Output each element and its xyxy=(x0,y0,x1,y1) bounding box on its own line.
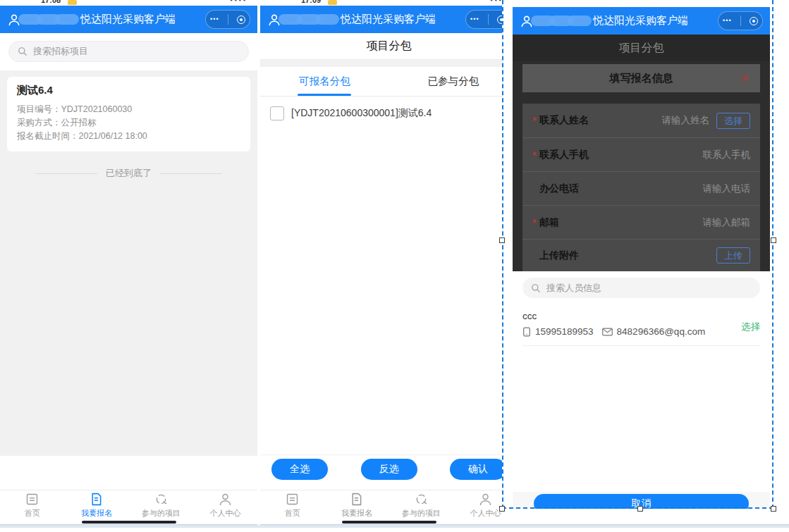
contact-phone-input[interactable]: 联系人手机 xyxy=(703,149,751,161)
joined-projects-icon xyxy=(154,492,169,507)
app-header: 悦达阳光采购客户端 ••• xyxy=(0,6,257,33)
signup-deadline: 报名截止时间：2021/06/12 18:00 xyxy=(17,130,240,143)
joined-projects-icon xyxy=(414,492,429,507)
email-icon xyxy=(602,328,613,336)
project-number: 项目编号：YDJT2021060030 xyxy=(17,103,240,116)
mobile-phone-icon xyxy=(522,327,531,337)
email-input[interactable]: 请输入邮箱 xyxy=(703,216,751,229)
page-title-bar: 项目分包 xyxy=(260,33,518,60)
tab-home[interactable]: 首页 xyxy=(0,490,64,520)
confirm-button[interactable]: 确认 xyxy=(450,459,506,480)
contact-row: ccc 15995189953 848296366@qq.com xyxy=(522,311,760,346)
signup-form-fields: * 联系人姓名 请输入姓名 选择 * 联系人手机 联系人手机 办公 xyxy=(522,104,760,271)
tab-profile[interactable]: 个人中心 xyxy=(193,490,257,520)
signup-modal-dimmed: 填写报名信息 ✕ * 联系人姓名 请输入姓名 选择 * 联系人手机 xyxy=(513,61,770,271)
package-tabs: 可报名分包 已参与分包 xyxy=(260,67,518,97)
status-time: 17:08 xyxy=(41,0,61,4)
system-status-icons: ▪▪▪▪ xyxy=(230,0,247,4)
field-email: * 邮箱 请输入邮箱 xyxy=(522,205,760,239)
mini-program-capsule[interactable]: ••• xyxy=(718,11,763,30)
selection-handle-bottom-right[interactable] xyxy=(771,506,776,512)
tab-signup[interactable]: 我要报名 xyxy=(324,490,389,520)
selection-handle-right[interactable] xyxy=(771,237,776,243)
list-end-text: 已经到底了 xyxy=(106,167,152,180)
app-header: 悦达阳光采购客户端 ••• xyxy=(513,7,770,35)
tab-signup[interactable]: 我要报名 xyxy=(64,490,128,520)
close-capsule-icon[interactable] xyxy=(750,17,758,25)
profile-icon xyxy=(478,492,493,507)
bottom-tab-bar: 首页 我要报名 参与的项目 xyxy=(0,490,257,520)
tab-joined-packages[interactable]: 已参与分包 xyxy=(389,67,518,96)
page-title: 项目分包 xyxy=(619,41,664,56)
redacted-username xyxy=(284,14,339,25)
screenshot-stage: 17:08 ▪▪▪▪ 悦达阳光采购客户端 ••• xyxy=(0,0,789,532)
redacted-username xyxy=(537,16,592,26)
app-header: 悦达阳光采购客户端 ••• xyxy=(260,6,518,33)
field-office-phone: 办公电话 请输入电话 xyxy=(522,171,760,205)
office-phone-input[interactable]: 请输入电话 xyxy=(703,183,751,195)
search-section: 搜索招标项目 xyxy=(0,33,257,70)
close-icon[interactable]: ✕ xyxy=(740,73,750,85)
tab-home[interactable]: 首页 xyxy=(260,490,324,520)
selection-border-left xyxy=(502,0,503,509)
selection-handle-bottom-left[interactable] xyxy=(499,506,505,512)
field-contact-phone: * 联系人手机 联系人手机 xyxy=(522,137,760,171)
modal-header: 填写报名信息 ✕ xyxy=(522,64,760,92)
upload-button[interactable]: 上传 xyxy=(716,247,750,264)
package-list: [YDJT20210600300001]测试6.4 xyxy=(260,97,518,454)
select-contact-link[interactable]: 选择 xyxy=(741,321,760,333)
page-title: 项目分包 xyxy=(367,39,412,54)
invert-selection-button[interactable]: 反选 xyxy=(361,459,417,480)
more-icon[interactable]: ••• xyxy=(210,16,219,23)
selection-handle-bottom-center[interactable] xyxy=(637,506,643,512)
home-icon xyxy=(25,492,39,507)
action-button-bar: 全选 反选 确认 xyxy=(260,454,518,483)
person-search-input[interactable]: 搜索人员信息 xyxy=(522,278,760,298)
home-indicator xyxy=(342,521,436,524)
tab-joined-projects[interactable]: 参与的项目 xyxy=(129,490,193,520)
signup-doc-icon xyxy=(89,492,104,507)
wechat-battery-icon xyxy=(328,0,337,5)
project-card[interactable]: 测试6.4 项目编号：YDJT2021060030 采购方式：公开招标 报名截止… xyxy=(7,77,250,151)
panel-signup-form: 悦达阳光采购客户端 ••• 项目分包 填写报名信息 ✕ * 联系 xyxy=(513,7,770,509)
search-placeholder: 搜索招标项目 xyxy=(33,45,88,58)
wechat-battery-icon xyxy=(68,0,77,5)
list-end-indicator: 已经到底了 xyxy=(7,167,250,180)
home-indicator xyxy=(82,521,176,524)
project-title: 测试6.4 xyxy=(17,84,240,97)
search-input[interactable]: 搜索招标项目 xyxy=(8,41,249,62)
close-capsule-icon[interactable] xyxy=(237,16,245,24)
app-title: 悦达阳光采购客户端 xyxy=(341,13,436,26)
selection-border-right xyxy=(772,0,773,509)
app-title: 悦达阳光采购客户端 xyxy=(80,13,176,26)
profile-icon xyxy=(218,492,233,507)
redacted-username xyxy=(24,14,79,25)
home-icon xyxy=(285,492,300,507)
mini-program-capsule[interactable]: ••• xyxy=(205,10,250,29)
selected-screenshot[interactable]: 悦达阳光采购客户端 ••• 项目分包 填写报名信息 ✕ * 联系 xyxy=(502,0,773,509)
panel-bid-list: 17:08 ▪▪▪▪ 悦达阳光采购客户端 ••• xyxy=(0,0,257,525)
field-contact-name: * 联系人姓名 请输入姓名 选择 xyxy=(522,104,760,137)
status-bar: 17:08 ▪▪▪▪ xyxy=(0,0,257,6)
contact-phone: 15995189953 xyxy=(535,326,594,337)
more-icon[interactable]: ••• xyxy=(470,16,479,23)
select-all-button[interactable]: 全选 xyxy=(271,459,328,480)
window-bottom-highlight xyxy=(0,525,789,528)
status-bar: 17:09 ▪▪▪▪ xyxy=(260,0,518,6)
panel-package-select: 17:09 ▪▪▪▪ 悦达阳光采购客户端 ••• 项目分包 可报名分包 xyxy=(260,0,518,525)
procurement-method: 采购方式：公开招标 xyxy=(17,116,240,130)
choose-contact-button[interactable]: 选择 xyxy=(716,113,750,129)
contact-name: ccc xyxy=(522,311,760,321)
page-title-bar-dimmed: 项目分包 xyxy=(513,35,770,61)
tab-available-packages[interactable]: 可报名分包 xyxy=(260,67,389,96)
status-time: 17:09 xyxy=(301,0,321,4)
tab-joined-projects[interactable]: 参与的项目 xyxy=(389,490,453,520)
package-checkbox[interactable] xyxy=(270,106,284,120)
selection-handle-left[interactable] xyxy=(499,237,505,243)
contact-name-input[interactable]: 请输入姓名 xyxy=(662,114,710,127)
bottom-tab-bar: 首页 我要报名 参与的项目 xyxy=(260,490,518,520)
package-row[interactable]: [YDJT20210600300001]测试6.4 xyxy=(270,106,508,120)
more-icon[interactable]: ••• xyxy=(723,18,731,24)
person-picker-sheet: 搜索人员信息 ccc 15995189953 84 xyxy=(513,278,770,509)
person-search-placeholder: 搜索人员信息 xyxy=(546,282,601,295)
